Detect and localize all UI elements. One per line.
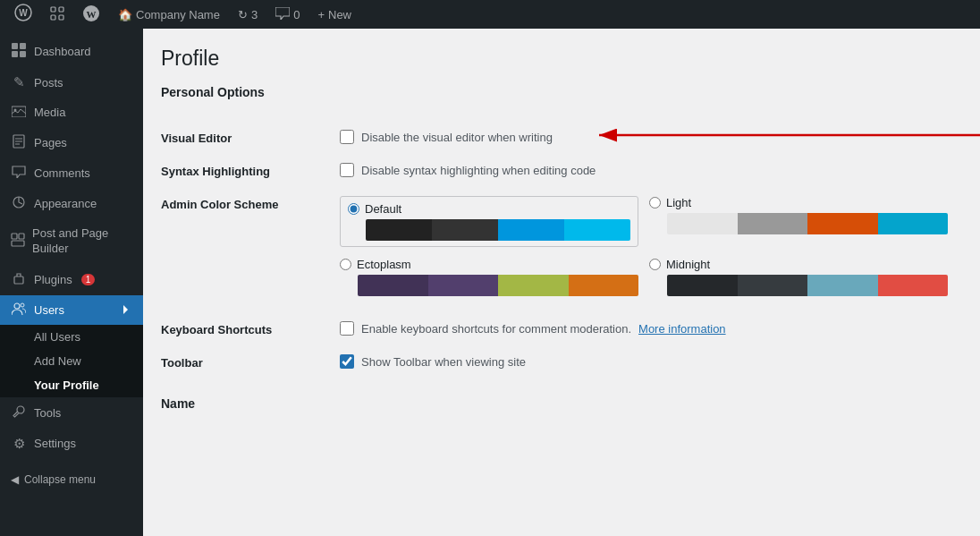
collapse-icon: ◀ — [11, 473, 19, 486]
color-schemes-grid: Default Light — [340, 196, 948, 296]
admin-color-scheme-row: Admin Color Scheme Default — [161, 187, 962, 305]
admin-bar: W W 🏠 Company Name ↻ 3 0 + New — [0, 0, 980, 29]
svg-point-23 — [14, 303, 20, 309]
pages-icon — [11, 134, 27, 151]
plus-icon: + — [317, 8, 325, 21]
sub-item-your-profile[interactable]: Your Profile — [0, 373, 143, 397]
customize-icon-button[interactable] — [43, 0, 72, 29]
posts-icon: ✎ — [11, 74, 27, 90]
syntax-highlighting-checkbox-label[interactable]: Disable syntax highlighting when editing… — [340, 163, 962, 177]
appearance-icon — [11, 195, 27, 212]
toolbar-checkbox-label[interactable]: Show Toolbar when viewing site — [340, 354, 962, 369]
color-scheme-ectoplasm-radio[interactable] — [340, 259, 351, 270]
sidebar-item-post-page-builder[interactable]: Post and Page Builder — [0, 219, 143, 264]
sub-item-add-new[interactable]: Add New — [0, 349, 143, 373]
swatch-2 — [428, 275, 499, 296]
color-scheme-light-name: Light — [666, 196, 691, 209]
collapse-menu-button[interactable]: ◀ Collapse menu — [0, 466, 143, 493]
color-scheme-default-label[interactable]: Default — [348, 202, 630, 216]
site-name-button[interactable]: 🏠 Company Name — [111, 0, 227, 29]
color-scheme-midnight: Midnight — [649, 258, 948, 296]
color-scheme-midnight-label[interactable]: Midnight — [649, 258, 948, 271]
syntax-highlighting-field: Disable syntax highlighting when editing… — [340, 163, 962, 177]
color-scheme-midnight-name: Midnight — [666, 258, 710, 271]
swatch-1 — [667, 213, 738, 234]
syntax-highlighting-label: Syntax Highlighting — [161, 163, 340, 178]
sidebar-item-dashboard[interactable]: Dashboard — [0, 36, 143, 67]
svg-rect-19 — [12, 234, 17, 239]
sidebar-item-label: Users — [34, 303, 64, 317]
toolbar-label: Toolbar — [161, 354, 340, 370]
keyboard-shortcuts-checkbox-label[interactable]: Enable keyboard shortcuts for comment mo… — [340, 321, 962, 336]
swatch-4 — [569, 275, 639, 296]
visual-editor-field: Disable the visual editor when writing — [340, 130, 962, 144]
sidebar-item-comments[interactable]: Comments — [0, 158, 143, 188]
visual-editor-row: Visual Editor Disable the visual editor … — [161, 121, 962, 154]
sidebar-item-tools[interactable]: Tools — [0, 397, 143, 429]
admin-color-scheme-field: Default Light — [340, 196, 962, 296]
users-submenu: All Users Add New Your Profile — [0, 325, 143, 397]
dashboard-icon — [11, 43, 27, 60]
color-scheme-default-radio[interactable] — [348, 203, 359, 215]
comments-button[interactable]: 0 — [268, 0, 307, 29]
color-scheme-ectoplasm-label[interactable]: Ectoplasm — [340, 258, 638, 271]
color-scheme-ectoplasm-swatches — [358, 275, 638, 296]
updates-button[interactable]: ↻ 3 — [231, 0, 265, 29]
customize-icon — [50, 6, 64, 23]
color-scheme-default-name: Default — [365, 202, 401, 216]
sidebar-item-label: Comments — [34, 166, 90, 180]
svg-rect-3 — [59, 7, 63, 12]
more-information-link[interactable]: More information — [638, 322, 726, 336]
visual-editor-checkbox-text: Disable the visual editor when writing — [361, 131, 553, 144]
swatch-4 — [564, 219, 630, 241]
keyboard-shortcuts-checkbox[interactable] — [340, 321, 354, 336]
swatch-1 — [358, 275, 428, 296]
sidebar: Dashboard ✎ Posts Media Pages Comments — [0, 29, 143, 536]
sub-item-all-users[interactable]: All Users — [0, 325, 143, 349]
sidebar-item-label: Dashboard — [34, 45, 91, 58]
color-scheme-light-swatches — [667, 213, 948, 234]
sidebar-item-posts[interactable]: ✎ Posts — [0, 67, 143, 98]
plugins-icon — [11, 271, 27, 288]
svg-rect-4 — [51, 15, 55, 20]
sidebar-item-appearance[interactable]: Appearance — [0, 188, 143, 219]
syntax-highlighting-checkbox[interactable] — [340, 163, 354, 177]
sidebar-item-pages[interactable]: Pages — [0, 127, 143, 158]
color-scheme-light-radio[interactable] — [649, 197, 661, 208]
visual-editor-checkbox-label[interactable]: Disable the visual editor when writing — [340, 130, 553, 144]
sidebar-item-settings[interactable]: ⚙ Settings — [0, 429, 143, 459]
sidebar-item-plugins[interactable]: Plugins 1 — [0, 264, 143, 295]
comments-icon — [275, 7, 290, 22]
users-arrow-icon — [123, 305, 132, 314]
svg-rect-20 — [19, 234, 24, 239]
color-scheme-light: Light — [649, 196, 948, 247]
sidebar-item-users[interactable]: Users — [0, 295, 143, 325]
svg-text:W: W — [19, 8, 28, 18]
sidebar-item-media[interactable]: Media — [0, 98, 143, 127]
wp-logo-button[interactable]: W — [7, 0, 39, 29]
toolbar-checkbox[interactable] — [340, 354, 354, 369]
color-scheme-ectoplasm: Ectoplasm — [340, 258, 638, 296]
syntax-highlighting-row: Syntax Highlighting Disable syntax highl… — [161, 154, 962, 187]
svg-rect-5 — [59, 15, 63, 20]
color-scheme-midnight-radio[interactable] — [649, 259, 661, 270]
new-button[interactable]: + New — [310, 0, 359, 29]
admin-color-scheme-label: Admin Color Scheme — [161, 196, 340, 211]
sidebar-item-label: Pages — [34, 136, 67, 149]
svg-rect-9 — [20, 43, 26, 49]
toolbar-row: Toolbar Show Toolbar when viewing site — [161, 345, 962, 379]
wp-logo-main[interactable]: W — [75, 0, 107, 29]
sidebar-item-label: Tools — [34, 406, 61, 420]
sidebar-item-label: Plugins — [34, 273, 72, 286]
sidebar-item-label: Posts — [34, 76, 63, 89]
swatch-3 — [807, 213, 878, 234]
visual-editor-checkbox[interactable] — [340, 130, 354, 144]
color-scheme-default-swatches — [366, 219, 630, 241]
updates-icon: ↻ — [238, 8, 248, 21]
swatch-2 — [432, 219, 498, 241]
plugins-badge: 1 — [81, 274, 96, 285]
color-scheme-light-label[interactable]: Light — [649, 196, 948, 209]
swatch-4 — [878, 213, 949, 234]
color-scheme-ectoplasm-name: Ectoplasm — [357, 258, 411, 271]
swatch-1 — [366, 219, 432, 241]
